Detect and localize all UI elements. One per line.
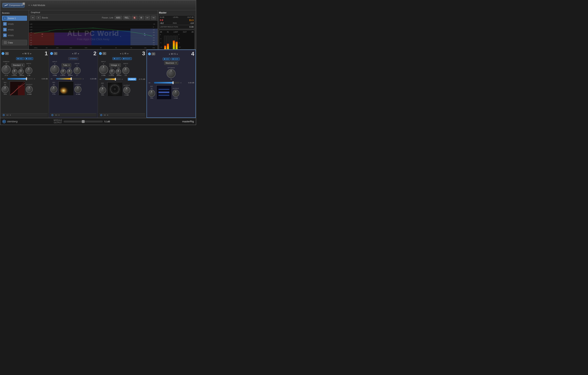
module-2-drive-knob[interactable] [74, 67, 81, 74]
module-1-power[interactable] [1, 52, 4, 55]
play-button[interactable]: ▶ [2, 120, 6, 123]
module-2-stereo-badge[interactable]: STEREO [68, 57, 78, 60]
module-1-fader-thumb[interactable] [26, 77, 27, 80]
output-fader-thumb[interactable] [82, 120, 84, 123]
module-4-mid-badge[interactable]: MID [163, 58, 170, 60]
add-icon: + [29, 4, 30, 7]
module-3-input-knob[interactable] [99, 65, 108, 74]
sc-power[interactable] [3, 114, 5, 116]
rel-display: 604ms [117, 74, 121, 76]
module-2-rel-knob[interactable] [67, 69, 72, 74]
module-1-badges: MID SIDE [1, 57, 48, 60]
module-2-type-dropdown[interactable]: Tube ▼ [62, 63, 71, 67]
module-3-fader-thumb[interactable] [115, 78, 116, 81]
module-2-power[interactable] [50, 52, 53, 55]
module-2: S ◄ ST ► 2 STEREO INPUT 0 3.9dB [49, 50, 98, 118]
speaker-button[interactable]: 🔇 [132, 16, 137, 20]
module-2-mode-prev[interactable]: ◄ [72, 52, 74, 55]
fader-scale-pos: 0 [34, 78, 39, 80]
svg-point-61 [117, 86, 119, 87]
module-1-mix-knob[interactable] [1, 86, 9, 93]
module-2-att-knob[interactable] [60, 69, 66, 74]
right-label: RIGHT [125, 58, 130, 60]
abs-button[interactable]: ABS [115, 16, 122, 20]
settings-button[interactable]: ⚙ [139, 16, 144, 20]
module-2-fader[interactable] [56, 78, 82, 80]
module-1-solo[interactable]: S [5, 52, 9, 55]
module-2-input-knob[interactable] [50, 65, 59, 74]
module-1-mode-prev[interactable]: ◄ [22, 52, 24, 55]
module-4-type-dropdown[interactable]: Maximizer ▼ [164, 61, 178, 65]
output-fader[interactable] [63, 121, 103, 122]
module-2-fader-thumb[interactable] [71, 77, 72, 80]
module-4-solo[interactable]: S [152, 52, 155, 55]
module-2-mix-knob[interactable] [50, 86, 57, 93]
module-2-solo[interactable]: S [54, 52, 57, 55]
module-1-att-knob[interactable] [12, 69, 18, 74]
redo-button[interactable]: ↪ [151, 16, 156, 20]
scene-item-1[interactable]: 1 Scene 1 [2, 16, 27, 21]
module-4-fader-fill [154, 82, 173, 83]
module-4-badges: MID SIDE [148, 58, 194, 60]
module-1-side-badge[interactable]: SIDE [24, 57, 33, 60]
rel-button[interactable]: REL [123, 16, 130, 20]
module-3-right-badge[interactable]: RIGHT [122, 57, 132, 60]
module-1-ratio-knob[interactable] [25, 67, 32, 74]
module-4-fader-thumb[interactable] [172, 81, 174, 84]
att-rel-labels: ATT A REL [110, 67, 120, 69]
module-4-output-knob[interactable] [172, 90, 179, 97]
plus-button[interactable]: + [36, 16, 41, 20]
module-3-mode-next[interactable]: ► [127, 52, 129, 55]
module-3-att-knob[interactable] [109, 69, 115, 74]
minus-button[interactable]: − [31, 15, 35, 20]
add-module-label: + Add Module [31, 4, 45, 7]
module-2-mode-next[interactable]: ► [77, 52, 79, 55]
module-4-side-badge[interactable]: SIDE [171, 58, 180, 60]
module-3-fader[interactable] [105, 78, 121, 80]
module-1-type-group: Standard ▼ ATT A REL [11, 63, 24, 76]
limit-bars [170, 34, 172, 49]
punch-badge[interactable]: PUNCH [128, 78, 136, 81]
module-1-thresh-knob[interactable] [1, 65, 10, 74]
module-3-power[interactable] [99, 52, 102, 55]
undo-button[interactable]: ↩ [145, 16, 150, 20]
module-tab[interactable]: × Compressor A [2, 3, 24, 8]
module-1-rel-knob[interactable] [18, 69, 24, 74]
module-3-left-badge[interactable]: LEFT [112, 57, 121, 60]
module-2-output-knob[interactable] [74, 86, 81, 93]
scene-item-4[interactable]: 4 empty [2, 33, 27, 38]
sc-power[interactable] [52, 114, 53, 116]
module-3-ratio-knob[interactable] [122, 67, 129, 74]
sc-arrow[interactable]: ▼ [107, 114, 108, 116]
module-1-fader[interactable] [8, 78, 33, 80]
module-2-controls: INPUT 0 3.9dB Tube ▼ ATT A REL [50, 61, 96, 76]
module-1-mode-next[interactable]: ► [30, 52, 32, 55]
module-1-mid-badge[interactable]: MID [16, 57, 24, 60]
scene-item-2[interactable]: 2 empty [2, 21, 27, 26]
module-3-solo[interactable]: S [103, 52, 106, 55]
module-4-fader[interactable] [154, 82, 179, 83]
module-3-output-knob[interactable] [123, 87, 130, 94]
top-bar: × Compressor A + + Add Module [0, 0, 196, 10]
module-1-output-knob[interactable] [26, 86, 33, 93]
module-4-optimize-knob[interactable] [167, 69, 176, 78]
module-3-rel-knob[interactable] [116, 69, 121, 74]
close-button[interactable]: × [22, 2, 25, 5]
module-4-mix-knob[interactable] [148, 90, 155, 97]
module-3-mode-prev[interactable]: ◄ [119, 52, 121, 55]
add-module-button[interactable]: + + Add Module [27, 4, 45, 7]
module-4-power[interactable] [148, 52, 151, 55]
module-4-mode-next[interactable]: ► [176, 53, 178, 55]
sc-power[interactable] [100, 114, 102, 116]
output-display: 4.9dB [174, 97, 178, 99]
att-label: ATT [110, 67, 113, 69]
module-4-mode-prev[interactable]: ◄ [168, 53, 170, 55]
module-3-mix-knob[interactable] [99, 87, 106, 94]
module-1-type-dropdown[interactable]: Standard ▼ [11, 63, 24, 67]
sc-label: SC [55, 114, 57, 116]
sc-arrow[interactable]: ▼ [10, 114, 11, 116]
module-3-type-dropdown[interactable]: Vintage ▼ [109, 63, 121, 67]
sc-arrow[interactable]: ▼ [58, 114, 60, 116]
scene-item-3[interactable]: 3 empty [2, 27, 27, 32]
copy-button[interactable]: Copy [2, 40, 27, 45]
